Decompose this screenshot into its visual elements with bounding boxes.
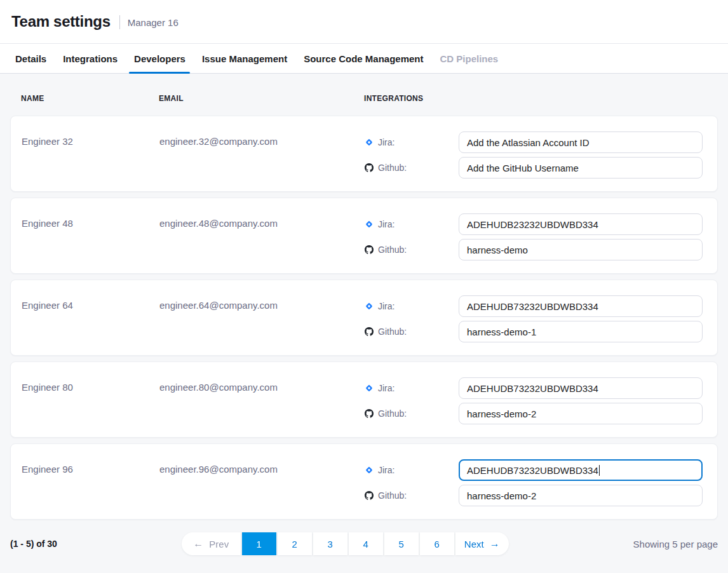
jira-label: Jira: [378, 465, 394, 475]
team-name: Manager 16 [128, 17, 179, 28]
column-header-email: EMAIL [159, 94, 364, 103]
github-input[interactable] [459, 157, 703, 179]
next-page-button[interactable]: Next → [455, 532, 509, 555]
tab-source-code-management[interactable]: Source Code Management [304, 44, 423, 73]
github-icon [365, 327, 374, 336]
tab-cd-pipelines: CD Pipelines [440, 44, 499, 73]
github-input[interactable] [459, 403, 703, 424]
developer-email: engineer.48@company.com [159, 213, 365, 260]
developer-email: engineer.96@company.com [159, 459, 365, 506]
table-row: Engineer 32 engineer.32@company.com Jira… [10, 116, 718, 192]
jira-input[interactable] [459, 295, 703, 317]
github-label: Github: [378, 327, 407, 337]
column-header-integrations: INTEGRATIONS [364, 94, 703, 103]
developer-email: engineer.32@company.com [159, 131, 365, 179]
page-button-1[interactable]: 1 [242, 532, 276, 555]
team-settings-page: Team settings Manager 16 Details Integra… [0, 0, 728, 555]
page-header: Team settings Manager 16 [0, 0, 728, 43]
page-button-5[interactable]: 5 [384, 532, 419, 555]
github-icon [365, 491, 374, 500]
developer-name: Engineer 96 [22, 459, 159, 506]
jira-label: Jira: [378, 301, 394, 311]
arrow-right-icon: → [490, 539, 500, 549]
prev-page-button[interactable]: ← Prev [182, 532, 241, 555]
tab-integrations[interactable]: Integrations [63, 44, 118, 73]
github-label: Github: [378, 163, 407, 173]
developers-panel: NAME EMAIL INTEGRATIONS Engineer 32 engi… [0, 74, 728, 555]
github-icon [365, 409, 374, 418]
tab-bar: Details Integrations Developers Issue Ma… [0, 43, 728, 74]
arrow-left-icon: ← [193, 539, 203, 549]
developer-name: Engineer 64 [22, 295, 159, 342]
table-row: Engineer 80 engineer.80@company.com Jira… [10, 361, 718, 438]
jira-icon [365, 220, 374, 229]
tab-issue-management[interactable]: Issue Management [202, 44, 287, 73]
jira-icon [365, 138, 374, 147]
jira-icon [365, 466, 374, 475]
github-input[interactable] [459, 321, 703, 342]
github-icon [365, 163, 374, 172]
jira-input[interactable] [459, 213, 703, 235]
github-input[interactable] [459, 239, 703, 260]
developer-email: engineer.64@company.com [159, 295, 365, 342]
page-button-6[interactable]: 6 [420, 532, 454, 555]
developer-name: Engineer 32 [22, 131, 159, 179]
github-icon [365, 245, 374, 254]
tab-developers[interactable]: Developers [134, 44, 185, 73]
pagination-range-label: (1 - 5) of 30 [10, 539, 57, 549]
github-input[interactable] [459, 485, 703, 506]
title-divider [119, 15, 120, 29]
jira-icon [365, 384, 374, 393]
github-label: Github: [378, 408, 407, 419]
page-button-2[interactable]: 2 [278, 532, 312, 555]
table-row: Engineer 48 engineer.48@company.com Jira… [10, 198, 718, 274]
text-cursor [599, 465, 600, 476]
table-row: Engineer 64 engineer.64@company.com Jira… [10, 280, 718, 356]
table-row: Engineer 96 engineer.96@company.com Jira… [10, 443, 718, 520]
github-label: Github: [378, 245, 407, 255]
jira-icon [365, 302, 374, 311]
tab-details[interactable]: Details [15, 44, 46, 73]
table-header: NAME EMAIL INTEGRATIONS [10, 74, 718, 116]
page-button-4[interactable]: 4 [349, 532, 383, 555]
jira-label: Jira: [378, 219, 394, 229]
jira-label: Jira: [378, 383, 394, 393]
github-label: Github: [378, 490, 407, 501]
jira-label: Jira: [378, 137, 394, 147]
developer-name: Engineer 80 [22, 377, 159, 424]
jira-input-focused[interactable]: ADEHUDB73232UBDWBD334 [459, 459, 703, 481]
developer-email: engineer.80@company.com [159, 377, 365, 424]
developer-name: Engineer 48 [22, 213, 159, 260]
pagination-bar: (1 - 5) of 30 ← Prev 1 2 3 4 5 6 Next → … [10, 532, 718, 555]
column-header-name: NAME [21, 94, 159, 103]
per-page-label: Showing 5 per page [633, 539, 718, 549]
jira-input[interactable] [459, 131, 703, 153]
page-button-3[interactable]: 3 [313, 532, 347, 555]
page-title: Team settings [11, 13, 111, 30]
jira-input[interactable] [459, 377, 703, 399]
pagination-controls: ← Prev 1 2 3 4 5 6 Next → [182, 532, 509, 555]
